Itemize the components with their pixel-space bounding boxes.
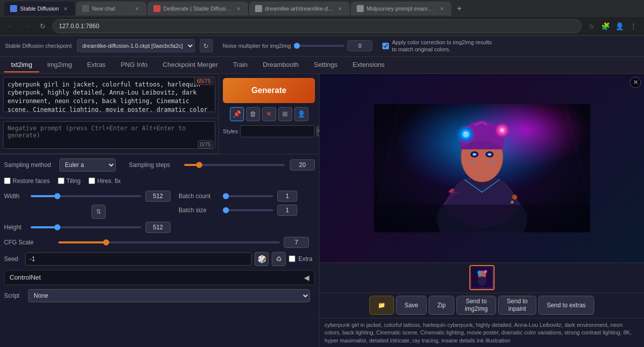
tab-close-3[interactable]: ✕ [235,5,242,12]
sampling-steps-slider[interactable] [184,164,285,166]
noise-value-input[interactable] [347,40,372,51]
tab-dreambooth[interactable]: Dreambooth [256,58,306,72]
negative-prompt-input[interactable] [3,121,215,149]
thumbnail-item[interactable] [469,265,495,290]
forward-button[interactable]: → [20,20,33,33]
tab-close-4[interactable]: ✕ [337,5,344,12]
tab-midjourney[interactable]: Midjourney prompt examples |... ✕ [351,2,451,16]
tab-close-1[interactable]: ✕ [62,5,69,12]
noise-section: Noise multiplier for img2img [223,40,373,51]
generated-image-placeholder [319,74,644,263]
cfg-scale-value[interactable] [284,237,309,248]
new-tab-button[interactable]: + [452,2,466,16]
address-text: 127.0.0.1:7860 [59,23,99,30]
settings-area: Sampling method Euler a Sampling steps R… [0,154,319,306]
noise-slider[interactable] [294,45,344,47]
prompt-and-generate-section: 65/75 0/75 Generate 📌 🗑 ✕ [0,74,319,154]
sampling-steps-value[interactable] [290,159,315,170]
reload-button[interactable]: ↻ [36,20,49,33]
batch-size-slider[interactable] [223,209,273,211]
tab-favicon-3 [153,5,160,12]
interrupt-icon-button[interactable]: ✕ [262,107,276,121]
seed-recycle-button[interactable]: ♻ [272,252,286,266]
batch-count-slider[interactable] [223,195,273,197]
send-to-extras-button[interactable]: Send to extras [538,296,594,315]
grid-icon-button[interactable]: ⊞ [278,107,292,121]
person-icon-button[interactable]: 👤 [294,107,308,121]
caption-text: cyberpunk girl in jacket, colorful tatto… [325,322,631,343]
left-panel: 65/75 0/75 Generate 📌 🗑 ✕ [0,74,319,347]
tab-stable-diffusion[interactable]: Stable Diffusion ✕ [4,2,75,16]
tab-deliberate[interactable]: Deliberate | Stable Diffusion Ch... ✕ [147,2,248,16]
profile-button[interactable]: 👤 [613,20,626,33]
height-value[interactable] [145,222,171,233]
tab-new-chat[interactable]: New chat ✕ [76,2,146,16]
width-slider[interactable] [31,195,141,197]
styles-input[interactable] [240,125,314,137]
width-row: Width [4,191,171,202]
checkpoint-select[interactable]: dreamlike-diffusion-1.0.ckpt [0aecbcfa2c… [77,39,195,52]
trash-icon-button[interactable]: 🗑 [246,107,260,121]
height-row: Height [4,222,171,233]
tab-dreamlike[interactable]: dreamlike-art/dreamlike-diffusio... ✕ [249,2,350,16]
pin-icon-button[interactable]: 📌 [230,107,244,121]
sampling-method-select[interactable]: Euler a [59,158,116,171]
script-select[interactable]: None [28,289,310,302]
svg-point-14 [494,122,510,138]
app: Stable Diffusion checkpoint dreamlike-di… [0,36,644,347]
send-to-inpaint-label: Send toinpaint [507,298,527,313]
close-image-button[interactable]: ✕ [630,77,641,88]
tab-extras[interactable]: Extras [80,58,113,72]
seed-input[interactable] [25,252,252,266]
bookmark-button[interactable]: ☆ [585,20,598,33]
tab-checkpoint-merger[interactable]: Checkpoint Merger [155,58,225,72]
cfg-scale-slider[interactable] [58,241,280,243]
positive-prompt-input[interactable] [3,77,215,112]
generate-button[interactable]: Generate [223,78,315,103]
swap-dimensions-button[interactable]: ⇅ [92,205,106,219]
controlnet-section[interactable]: ControlNet ◀ [4,270,315,285]
width-value[interactable] [145,191,171,202]
svg-rect-25 [374,205,590,232]
cfg-scale-label: CFG Scale [4,239,54,246]
batch-size-value[interactable] [277,205,297,216]
batch-count-label: Batch count [179,193,219,200]
hires-fix-checkbox[interactable] [89,178,95,184]
batch-count-value[interactable] [277,191,297,202]
seed-extra-checkbox[interactable] [289,255,295,262]
restore-faces-checkbox[interactable] [4,178,11,184]
zip-button[interactable]: Zip [429,296,454,315]
tab-png-info[interactable]: PNG Info [114,58,154,72]
checkpoint-refresh-button[interactable]: ↻ [200,39,213,52]
tab-close-2[interactable]: ✕ [133,5,140,12]
tab-title-4: dreamlike-art/dreamlike-diffusio... [265,6,334,12]
send-to-img2img-button[interactable]: Send toimg2img [456,296,496,315]
menu-button[interactable]: ⋮ [627,20,640,33]
address-bar[interactable]: 127.0.0.1:7860 [52,19,582,33]
tab-txt2img[interactable]: txt2img [4,58,39,72]
thumbnail-strip [319,263,644,293]
height-slider[interactable] [31,226,141,228]
prompts-area: 65/75 0/75 [0,74,218,154]
color-correction-checkbox[interactable] [382,43,389,49]
extensions-button[interactable]: 🧩 [599,20,612,33]
right-panel: ✕ [319,74,644,347]
tab-train[interactable]: Train [226,58,255,72]
open-folder-button[interactable]: 📁 [369,296,394,315]
cfg-scale-row: CFG Scale [4,237,315,248]
tiling-checkbox[interactable] [58,178,64,184]
svg-point-21 [512,195,517,200]
tab-close-5[interactable]: ✕ [438,5,445,12]
back-button[interactable]: ← [4,20,17,33]
save-button[interactable]: Save [396,296,427,315]
seed-random-button[interactable]: 🎲 [255,252,269,266]
send-to-img2img-label: Send toimg2img [465,298,488,313]
restore-faces-label: Restore faces [13,178,50,185]
tab-img2img[interactable]: img2img [40,58,79,72]
size-batch-section: Width ⇅ Height [4,191,315,233]
tab-extensions[interactable]: Extensions [346,58,392,72]
send-to-inpaint-button[interactable]: Send toinpaint [498,296,536,315]
tiling-item: Tiling [58,178,80,185]
tab-settings[interactable]: Settings [307,58,345,72]
noise-label: Noise multiplier for img2img [223,43,291,49]
